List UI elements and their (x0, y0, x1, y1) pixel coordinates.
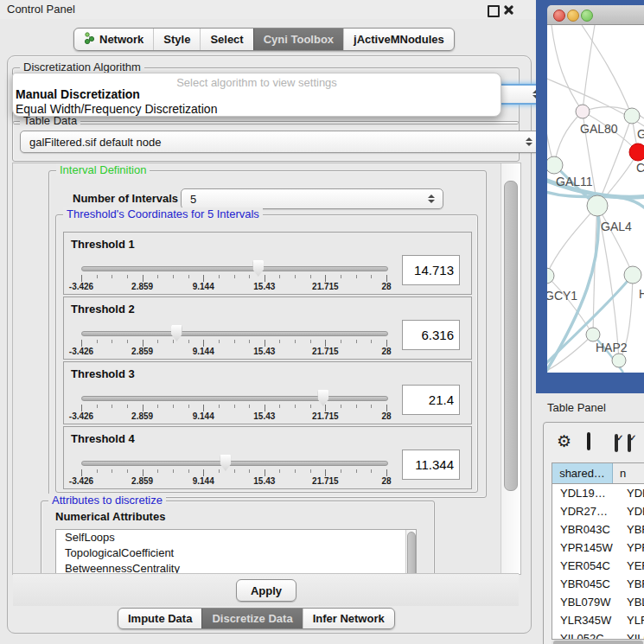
table-column-header[interactable]: shared… (552, 463, 613, 483)
table-column-header[interactable]: n (613, 463, 644, 483)
axis-tick-label: 15.43 (253, 411, 275, 421)
tab-jactivemnodules[interactable]: jActiveMNodules (343, 29, 454, 50)
network-node[interactable] (587, 195, 608, 216)
axis-tick-label: 2.859 (131, 282, 153, 291)
close-traffic-light-icon[interactable] (553, 10, 565, 22)
popup-item-equal-width-frequency[interactable]: Equal Width/Frequency Discretization (16, 102, 217, 116)
numerical-attributes-list[interactable]: SelfLoopsTopologicalCoefficientBetweenne… (55, 529, 417, 575)
tab-cyni-toolbox[interactable]: Cyni Toolbox (253, 29, 343, 50)
table-row[interactable]: YPR145WYPR1 (552, 539, 644, 557)
tab-select[interactable]: Select (200, 29, 252, 50)
network-canvas[interactable]: GAL80GCGAL11GAL4GCY1HHAP2 (547, 25, 644, 373)
slider-track[interactable] (81, 331, 388, 336)
network-node[interactable] (624, 266, 641, 284)
tab-network[interactable]: Network (74, 29, 153, 50)
table-cell: YDR27… (552, 502, 620, 520)
tab-style[interactable]: Style (153, 29, 200, 50)
thresholds-group: Threshold's Coordinates for 5 Intervals … (55, 214, 478, 493)
table-row[interactable]: YDR27…YDR2 (552, 502, 644, 520)
interval-definition-title: Interval Definition (56, 163, 150, 176)
table-cell: YBR045C (552, 575, 620, 593)
table-cell: YLR3 (620, 611, 644, 629)
axis-tick-label: 21.715 (312, 476, 339, 486)
zoom-traffic-light-icon[interactable] (581, 10, 593, 22)
table-row[interactable]: YIL052CYIL0 (552, 629, 644, 640)
network-node-label: H (639, 287, 644, 301)
float-window-icon[interactable] (488, 5, 500, 17)
network-node-label: HAP2 (596, 341, 628, 354)
table-row[interactable]: YLR345WYLR3 (552, 611, 644, 629)
table-settings-button[interactable]: ⚙ (557, 433, 571, 450)
network-node[interactable] (624, 108, 640, 124)
axis-tick-label: 15.43 (253, 282, 275, 291)
minimize-traffic-light-icon[interactable] (567, 10, 579, 22)
slider-track[interactable] (81, 266, 388, 271)
network-node[interactable] (612, 354, 626, 367)
network-node[interactable] (629, 143, 644, 161)
table-data-combobox[interactable]: galFiltered.sif default node (20, 131, 541, 153)
table-data-selected-value: galFiltered.sif default node (29, 136, 161, 149)
app-screen: Control Panel NetworkStyleSelectCyni Too… (0, 0, 644, 644)
table-row[interactable]: YBR045CYBR0 (552, 575, 644, 593)
settings-scrollbar[interactable] (501, 163, 520, 574)
table-row[interactable]: YBR043CYBR0 (552, 520, 644, 539)
select-all-columns-button[interactable] (628, 436, 631, 451)
threshold-panel-3: Threshold 3-3.4262.8599.14415.4321.71528… (63, 361, 472, 424)
table-row[interactable]: YBL079WYBL0 (552, 593, 644, 611)
popup-item-manual-discretization[interactable]: Manual Discretization (16, 87, 140, 101)
table-cell: YIL052C (552, 629, 620, 640)
axis-tick-label: 28 (381, 347, 391, 356)
table-hscrollbar-thumb[interactable] (553, 641, 643, 644)
threshold-panel-4: Threshold 4-3.4262.8599.14415.4321.71528… (63, 426, 472, 489)
axis-tick-label: 28 (381, 282, 391, 291)
network-node[interactable] (586, 328, 600, 341)
control-panel-titlebar: Control Panel (0, 0, 536, 19)
apply-button[interactable]: Apply (236, 579, 296, 602)
network-view-window[interactable]: GAL80GCGAL11GAL4GCY1HHAP2 (536, 0, 644, 393)
thresholds-group-title: Threshold's Coordinates for 5 Intervals (63, 207, 263, 220)
slider-track[interactable] (81, 396, 388, 401)
list-scrollbar[interactable] (405, 530, 416, 575)
split-columns-button[interactable] (587, 434, 590, 450)
tab-impute-data[interactable]: Impute Data (118, 609, 201, 628)
axis-tick-label: 2.859 (131, 347, 153, 356)
axis-tick-label: -3.426 (69, 282, 93, 291)
network-icon (84, 32, 95, 47)
threshold-label: Threshold 3 (71, 367, 135, 380)
axis-tick-label: 21.715 (312, 347, 339, 356)
slider-track[interactable] (81, 461, 388, 466)
tab-label: Style (163, 33, 190, 46)
network-edge (547, 206, 597, 276)
table-panel-title: Table Panel (547, 401, 606, 414)
axis-tick-label: 28 (381, 476, 391, 486)
threshold-value-field[interactable]: 6.316 (402, 320, 460, 350)
table-row[interactable]: YDL19…YDL1 (552, 484, 644, 502)
network-node[interactable] (547, 268, 554, 284)
discretization-algorithm-group-title: Discretization Algorithm (20, 61, 144, 73)
slider-axis-labels: -3.4262.8599.14415.4321.71528 (81, 411, 386, 422)
number-of-intervals-label: Number of Intervals (73, 192, 178, 205)
network-node[interactable] (547, 156, 563, 174)
close-icon[interactable] (504, 4, 514, 15)
threshold-value-field[interactable]: 11.344 (402, 450, 460, 480)
network-edge (547, 94, 554, 165)
network-edge (554, 112, 583, 165)
algorithm-dropdown-popup: Select algorithm to view settings Manual… (12, 73, 501, 117)
tab-infer-network[interactable]: Infer Network (303, 609, 394, 628)
network-node[interactable] (576, 105, 590, 118)
node-table[interactable]: shared…n YDL19…YDL1YDR27…YDR2YBR043CYBR0… (552, 462, 644, 640)
threshold-value-field[interactable]: 14.713 (402, 255, 460, 285)
gear-icon: ⚙ (557, 432, 571, 450)
table-horizontal-scrollbar[interactable] (552, 640, 644, 644)
settings-scrollbar-thumb[interactable] (504, 181, 518, 491)
select-columns-button[interactable] (615, 436, 618, 451)
slider-axis-labels: -3.4262.8599.14415.4321.71528 (81, 476, 386, 487)
number-of-intervals-combobox[interactable]: 5 (181, 188, 443, 209)
network-window-titlebar[interactable] (547, 5, 644, 25)
threshold-value-field[interactable]: 21.4 (402, 385, 460, 415)
tab-discretize-data[interactable]: Discretize Data (201, 609, 302, 628)
attribute-list-item[interactable]: TopologicalCoefficient (56, 545, 416, 561)
table-row[interactable]: YER054CYER0 (552, 557, 644, 575)
attribute-list-item[interactable]: SelfLoops (56, 530, 416, 545)
table-cell: YDL19… (552, 484, 620, 502)
